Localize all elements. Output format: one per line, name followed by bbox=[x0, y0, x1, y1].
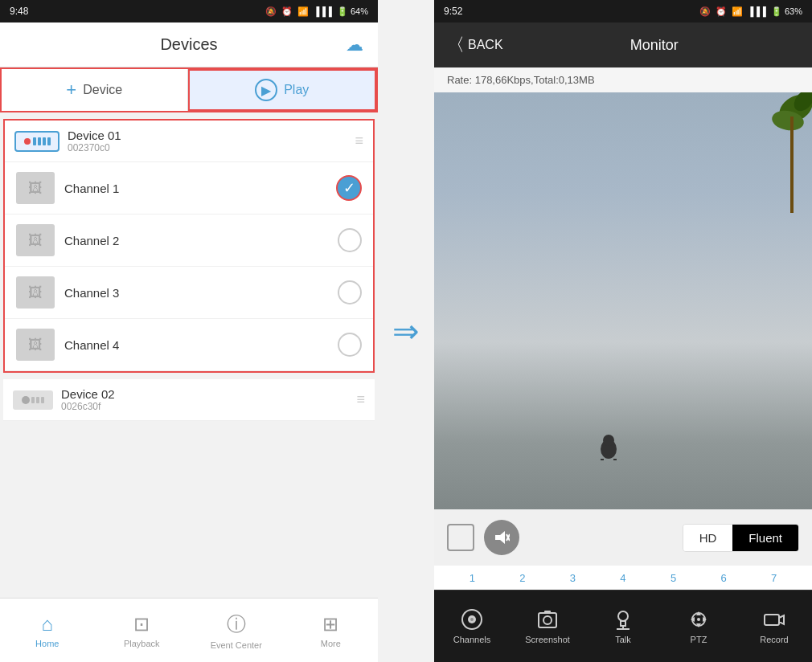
channel-3-radio[interactable] bbox=[338, 280, 362, 304]
record-label: Record bbox=[760, 635, 788, 644]
line3 bbox=[43, 137, 46, 145]
screenshot-label: Screenshot bbox=[525, 635, 570, 644]
channel-2-thumb: 🖼 bbox=[16, 224, 55, 256]
play-button[interactable]: ▶ Play bbox=[188, 69, 377, 111]
nav-more[interactable]: ⊞ More bbox=[284, 599, 379, 662]
stop-button[interactable] bbox=[447, 524, 474, 551]
svg-marker-28 bbox=[779, 615, 784, 624]
page-title: Devices bbox=[160, 35, 217, 54]
play-label: Play bbox=[284, 83, 309, 97]
channel-3-thumb: 🖼 bbox=[16, 276, 55, 309]
device-icon-lines bbox=[33, 137, 51, 145]
nav-home[interactable]: ⌂ Home bbox=[0, 599, 95, 662]
ptz-label: PTZ bbox=[691, 635, 707, 644]
svg-point-5 bbox=[603, 435, 614, 446]
action-bar: + Device ▶ Play bbox=[0, 67, 378, 112]
hamburger-icon-2[interactable]: ≡ bbox=[356, 391, 365, 408]
mute-button[interactable] bbox=[484, 520, 519, 555]
record-icon bbox=[763, 608, 785, 631]
channel-4-radio[interactable] bbox=[338, 333, 362, 357]
channel-2-radio[interactable] bbox=[338, 228, 362, 252]
status-icons-right: 🔕 ⏰ 📶 ▐▐▐ 🔋 63% bbox=[699, 6, 802, 17]
channel-3-item[interactable]: 🖼 Channel 3 bbox=[5, 267, 373, 319]
battery-right-icon: 🔋 63% bbox=[771, 6, 802, 17]
rate-text: Rate: 178,66Kbps,Total:0,13MB bbox=[447, 74, 595, 86]
bottom-nav-right: Channels Screenshot Talk bbox=[434, 590, 812, 662]
left-panel: 9:48 🔕 ⏰ 📶 ▐▐▐ 🔋 64% Devices ☁ + Device … bbox=[0, 0, 378, 662]
video-plant-svg bbox=[732, 92, 812, 213]
svg-rect-27 bbox=[765, 615, 779, 625]
nav-talk[interactable]: Talk bbox=[585, 590, 661, 662]
status-bar-right: 9:52 🔕 ⏰ 📶 ▐▐▐ 🔋 63% bbox=[434, 0, 812, 22]
mute-icon: 🔕 bbox=[265, 6, 277, 17]
nav-playback[interactable]: ⊡ Playback bbox=[95, 599, 190, 662]
rate-bar: Rate: 178,66Kbps,Total:0,13MB bbox=[434, 67, 812, 92]
device-1-icon bbox=[14, 131, 59, 152]
device-2-name: Device 02 bbox=[61, 387, 348, 401]
device-2-group: Device 02 0026c30f ≡ bbox=[3, 379, 375, 421]
nav-ptz[interactable]: PTZ bbox=[661, 590, 736, 662]
channel-2-name: Channel 2 bbox=[64, 234, 328, 247]
nav-playback-label: Playback bbox=[124, 639, 160, 648]
fluent-button[interactable]: Fluent bbox=[732, 525, 798, 551]
device-1-id: 002370c0 bbox=[68, 142, 347, 153]
device-2-id: 0026c30f bbox=[61, 401, 348, 412]
cloud-icon[interactable]: ☁ bbox=[346, 35, 363, 55]
hamburger-icon[interactable]: ≡ bbox=[355, 133, 363, 149]
back-button[interactable]: 〈 BACK bbox=[447, 33, 503, 57]
nav-record[interactable]: Record bbox=[736, 590, 812, 662]
svg-point-26 bbox=[697, 618, 700, 621]
mute-icon-svg bbox=[494, 529, 510, 546]
num-2: 2 bbox=[519, 572, 525, 584]
controls-bar: HD Fluent bbox=[434, 509, 812, 566]
svg-rect-14 bbox=[539, 613, 556, 627]
num-5: 5 bbox=[671, 572, 676, 584]
monitor-title: Monitor bbox=[510, 37, 799, 54]
video-object-svg bbox=[593, 429, 625, 461]
quality-switcher: HD Fluent bbox=[683, 524, 799, 552]
nav-event-center[interactable]: ⓘ Event Center bbox=[189, 599, 284, 662]
time-left: 9:48 bbox=[10, 6, 28, 17]
channels-label: Channels bbox=[453, 635, 490, 644]
arrow-right-icon: ⇒ bbox=[392, 313, 420, 349]
device-1-name: Device 01 bbox=[68, 129, 347, 142]
device-1-group: Device 01 002370c0 ≡ 🖼 Channel 1 ✓ 🖼 Cha… bbox=[3, 119, 375, 373]
alarm-icon-right: ⏰ bbox=[716, 6, 727, 17]
nav-event-center-label: Event Center bbox=[211, 640, 262, 650]
line2 bbox=[38, 137, 41, 145]
svg-rect-18 bbox=[621, 621, 625, 626]
channel-1-radio-selected[interactable]: ✓ bbox=[336, 175, 362, 201]
add-device-label: Device bbox=[83, 83, 122, 97]
more-icon: ⊞ bbox=[322, 613, 338, 635]
device-2-header: Device 02 0026c30f ≡ bbox=[3, 379, 375, 421]
bottom-nav-left: ⌂ Home ⊡ Playback ⓘ Event Center ⊞ More bbox=[0, 598, 378, 662]
nav-channels[interactable]: Channels bbox=[434, 590, 510, 662]
status-icons-left: 🔕 ⏰ 📶 ▐▐▐ 🔋 64% bbox=[265, 6, 368, 17]
video-area[interactable] bbox=[434, 92, 812, 509]
ptz-icon bbox=[687, 608, 710, 631]
svg-point-13 bbox=[470, 618, 474, 621]
add-device-button[interactable]: + Device bbox=[2, 69, 187, 111]
playback-icon: ⊡ bbox=[133, 613, 150, 635]
num-3: 3 bbox=[570, 572, 576, 584]
mute-icon-right: 🔕 bbox=[699, 6, 711, 17]
plus-icon: + bbox=[66, 80, 76, 100]
channel-4-thumb: 🖼 bbox=[16, 329, 55, 361]
alarm-icon: ⏰ bbox=[281, 6, 293, 17]
arrow-container: ⇒ bbox=[378, 0, 434, 662]
nav-screenshot[interactable]: Screenshot bbox=[510, 590, 585, 662]
channel-1-item[interactable]: 🖼 Channel 1 ✓ bbox=[5, 162, 373, 215]
channel-4-item[interactable]: 🖼 Channel 4 bbox=[5, 319, 373, 371]
hd-button[interactable]: HD bbox=[683, 525, 733, 551]
svg-marker-8 bbox=[495, 531, 505, 544]
num-7: 7 bbox=[771, 572, 777, 584]
wifi-icon: 📶 bbox=[297, 6, 309, 17]
header-right: 〈 BACK Monitor bbox=[434, 22, 812, 67]
num-6: 6 bbox=[720, 572, 726, 584]
back-label: BACK bbox=[468, 38, 503, 52]
signal-icon-right: ▐▐▐ bbox=[748, 6, 766, 16]
home-icon: ⌂ bbox=[42, 613, 54, 635]
channel-2-item[interactable]: 🖼 Channel 2 bbox=[5, 215, 373, 267]
right-panel: 9:52 🔕 ⏰ 📶 ▐▐▐ 🔋 63% 〈 BACK Monitor Rate… bbox=[434, 0, 812, 662]
content-area: Device 01 002370c0 ≡ 🖼 Channel 1 ✓ 🖼 Cha… bbox=[0, 112, 378, 662]
